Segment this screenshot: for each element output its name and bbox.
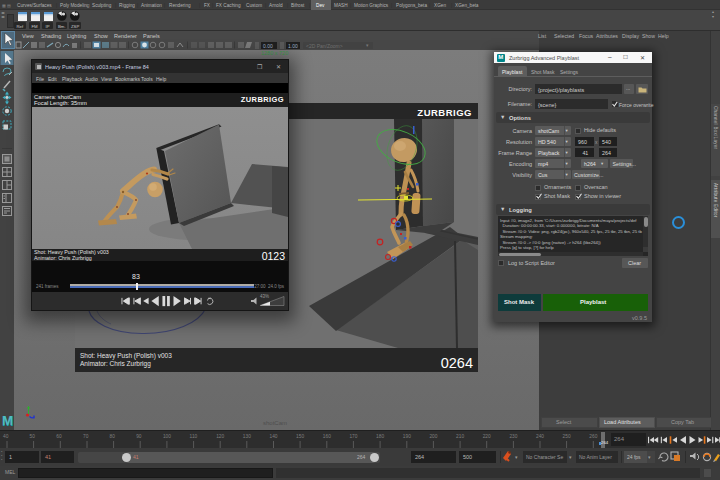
svg-text:170: 170	[349, 434, 357, 439]
svg-text:43%: 43%	[260, 294, 269, 299]
svg-text:140: 140	[270, 434, 278, 439]
svg-text:90: 90	[136, 434, 142, 439]
svg-text:230: 230	[509, 434, 517, 439]
svg-text:M: M	[2, 413, 13, 428]
svg-text:260: 260	[589, 434, 597, 439]
svg-text:160: 160	[323, 434, 331, 439]
svg-text:180: 180	[376, 434, 384, 439]
svg-text:240: 240	[536, 434, 544, 439]
svg-text:210: 210	[456, 434, 464, 439]
svg-text:250: 250	[563, 434, 571, 439]
svg-text:200: 200	[429, 434, 437, 439]
svg-text:80: 80	[110, 434, 116, 439]
svg-text:100: 100	[163, 434, 171, 439]
svg-text:50: 50	[30, 434, 36, 439]
svg-text:130: 130	[243, 434, 251, 439]
svg-text:150: 150	[296, 434, 304, 439]
svg-text:110: 110	[190, 434, 198, 439]
svg-text:220: 220	[483, 434, 491, 439]
svg-text:190: 190	[403, 434, 411, 439]
svg-text:120: 120	[216, 434, 224, 439]
svg-text:60: 60	[56, 434, 62, 439]
svg-text:70: 70	[83, 434, 89, 439]
svg-text:40: 40	[3, 434, 9, 439]
